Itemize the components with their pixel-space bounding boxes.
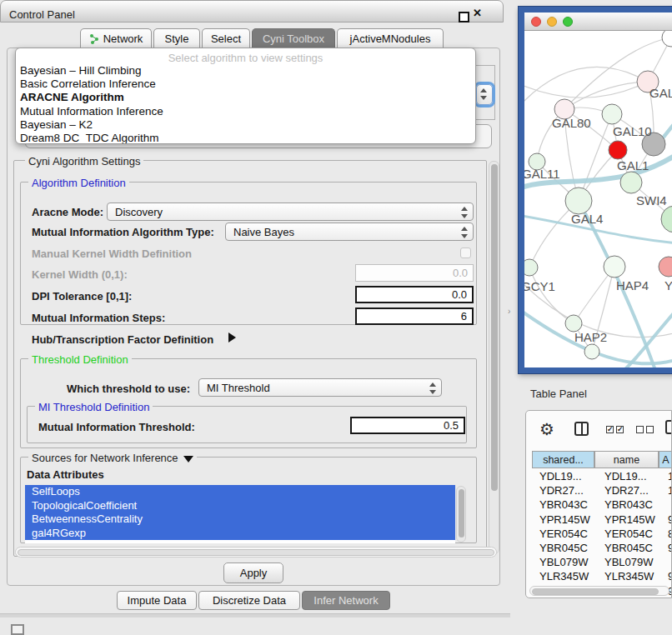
spinner-arrows-icon bbox=[460, 226, 468, 239]
network-node-HAP4[interactable] bbox=[604, 256, 625, 278]
tab-network[interactable]: Network bbox=[80, 28, 152, 48]
spinner-arrows-icon bbox=[460, 206, 468, 219]
table-row[interactable]: YER054CYER054C8. bbox=[533, 527, 672, 541]
attribute-list-item[interactable]: SelfLoops bbox=[25, 485, 455, 499]
close-icon[interactable]: ✕ bbox=[473, 7, 482, 19]
table-hscrollbar-thumb[interactable] bbox=[532, 588, 659, 595]
network-node-red-node[interactable] bbox=[609, 141, 627, 159]
tab-impute-data[interactable]: Impute Data bbox=[117, 591, 197, 610]
settings-scrollbar-thumb[interactable] bbox=[491, 164, 498, 491]
settings-scrollbar[interactable] bbox=[489, 161, 499, 554]
attr-list-scrollbar-thumb[interactable] bbox=[459, 489, 464, 538]
tab-style[interactable]: Style bbox=[153, 28, 200, 48]
dpi-tolerance-field[interactable]: 0.0 bbox=[355, 286, 474, 303]
checked-checkbox-icon[interactable]: ✓ bbox=[606, 426, 614, 433]
network-graph-canvas[interactable]: GALGAL80GAL10GAL1GAL11SWI4GAL4GCY1HAP4YH… bbox=[524, 31, 672, 368]
data-attributes-list[interactable]: SelfLoopsTopologicalCoefficientBetweenne… bbox=[25, 485, 455, 543]
mi-steps-field[interactable]: 6 bbox=[355, 308, 474, 325]
table-row[interactable]: YDL19...YDL19...13 bbox=[533, 469, 672, 483]
table-row[interactable]: YPR145WYPR145W9. bbox=[533, 512, 672, 527]
kernel-width-field[interactable]: 0.0 bbox=[355, 264, 474, 282]
table-hscrollbar[interactable] bbox=[529, 586, 669, 596]
settings-hscrollbar-thumb[interactable] bbox=[18, 549, 494, 556]
sources-group-title: Sources for Network Inference bbox=[28, 452, 197, 464]
tab-cyni-toolbox[interactable]: Cyni Toolbox bbox=[252, 28, 335, 48]
minimize-traffic-light-icon[interactable] bbox=[547, 17, 557, 27]
collapse-arrow-icon[interactable] bbox=[183, 456, 193, 462]
panel-resize-grip[interactable]: › bbox=[508, 307, 510, 316]
popup-item[interactable]: Bayesian – K2 bbox=[16, 118, 475, 132]
network-edge[interactable] bbox=[524, 67, 648, 114]
mi-threshold-label: Mutual Information Threshold: bbox=[38, 421, 195, 433]
mi-threshold-field[interactable]: 0.5 bbox=[350, 417, 465, 434]
zoom-traffic-light-icon[interactable] bbox=[563, 17, 573, 27]
attribute-list-item[interactable]: TopologicalCoefficient bbox=[25, 499, 455, 513]
aracne-mode-value: Discovery bbox=[115, 206, 163, 218]
unchecked-checkbox-icon[interactable] bbox=[636, 426, 644, 433]
popup-item[interactable]: Dream8 DC_TDC Algorithm bbox=[16, 132, 475, 144]
partial-toolbar-icon[interactable] bbox=[665, 420, 672, 434]
attr-list-scrollbar[interactable] bbox=[456, 486, 466, 542]
attribute-list-item[interactable]: gal4RGexp bbox=[25, 527, 455, 541]
network-node-GCY1[interactable] bbox=[524, 259, 538, 276]
table-row[interactable]: YLR345WYLR345W9. bbox=[533, 569, 672, 583]
data-attributes-label: Data Attributes bbox=[27, 468, 104, 481]
close-traffic-light-icon[interactable] bbox=[531, 17, 541, 27]
column-header-3[interactable]: A bbox=[659, 451, 672, 468]
network-node-GAL4[interactable] bbox=[565, 188, 592, 214]
table-panel-title: Table Panel bbox=[530, 388, 587, 400]
popup-item[interactable]: Mutual Information Inference bbox=[16, 105, 475, 118]
table-cell: YER054C bbox=[539, 528, 588, 540]
algorithm-dropdown-popup: Select algorithm to view settings Bayesi… bbox=[15, 48, 476, 144]
expand-arrow-icon[interactable] bbox=[228, 332, 236, 342]
manual-kernel-label: Manual Kernel Width Definition bbox=[32, 248, 192, 260]
network-node-salmon-node[interactable] bbox=[659, 257, 672, 277]
table-cell: YER054C bbox=[604, 528, 653, 540]
network-node-top-partial[interactable] bbox=[662, 31, 672, 47]
tab-label: Style bbox=[165, 32, 189, 45]
table-cell: YLR345W bbox=[539, 570, 589, 582]
table-cell: YDL19... bbox=[539, 470, 582, 482]
settings-hscrollbar[interactable] bbox=[15, 547, 497, 558]
sources-title-text: Sources for Network Inference bbox=[32, 452, 178, 464]
gear-icon[interactable]: ⚙ bbox=[539, 419, 554, 439]
tab-label: Select bbox=[211, 32, 241, 45]
partial-window-icon[interactable] bbox=[11, 624, 24, 635]
control-panel-titlebar: Control Panel ✕ bbox=[0, 0, 504, 22]
apply-button[interactable]: Apply bbox=[223, 562, 283, 583]
manual-kernel-checkbox[interactable] bbox=[460, 248, 471, 258]
table-row[interactable]: YBR045CYBR045C9. bbox=[533, 541, 672, 555]
aracne-mode-combo[interactable]: Discovery bbox=[107, 202, 474, 221]
network-node-label: SWI4 bbox=[636, 193, 667, 208]
tab-select[interactable]: Select bbox=[202, 28, 250, 48]
which-threshold-label: Which threshold to use: bbox=[67, 382, 190, 395]
table-row[interactable]: YDR27...YDR27...12 bbox=[533, 483, 672, 498]
unchecked-checkbox-icon[interactable] bbox=[646, 426, 654, 433]
table-row[interactable]: YBR043CYBR043C bbox=[533, 498, 672, 512]
popup-item[interactable]: Bayesian – Hill Climbing bbox=[16, 64, 475, 78]
table-row[interactable]: YBL079WYBL079W bbox=[533, 555, 672, 569]
table-cell: YBR043C bbox=[604, 498, 653, 511]
dpi-tolerance-label: DPI Tolerance [0,1]: bbox=[32, 290, 132, 302]
split-columns-icon[interactable] bbox=[574, 422, 589, 436]
network-node-bottom-partial[interactable] bbox=[584, 344, 599, 359]
tab-label: Cyni Toolbox bbox=[263, 32, 324, 45]
column-header-1[interactable]: shared... bbox=[532, 451, 594, 468]
checked-checkbox-icon[interactable]: ✓ bbox=[616, 426, 624, 433]
network-node-HAP2[interactable] bbox=[565, 315, 582, 332]
network-node-GAL10[interactable] bbox=[602, 104, 622, 124]
popup-item[interactable]: Basic Correlation Inference bbox=[16, 78, 475, 91]
column-header-2[interactable]: name bbox=[594, 451, 659, 468]
tab-infer-network[interactable]: Infer Network bbox=[302, 591, 390, 610]
network-node-SWI4[interactable] bbox=[620, 172, 642, 193]
which-threshold-combo[interactable]: MI Threshold bbox=[198, 378, 442, 397]
algorithm-combo-spinner[interactable] bbox=[476, 84, 493, 105]
tab-discretize-data[interactable]: Discretize Data bbox=[198, 591, 300, 610]
tab-jactivemnodules[interactable]: jActiveMNodules bbox=[337, 28, 444, 48]
restore-window-icon[interactable] bbox=[459, 12, 469, 22]
mi-type-combo[interactable]: Naive Bayes bbox=[225, 222, 474, 241]
network-edge-thick[interactable] bbox=[616, 298, 672, 368]
popup-item[interactable]: ARACNE Algorithm bbox=[16, 91, 475, 104]
attribute-list-item[interactable]: BetweennessCentrality bbox=[25, 512, 455, 527]
network-node-label: HAP4 bbox=[616, 278, 649, 292]
